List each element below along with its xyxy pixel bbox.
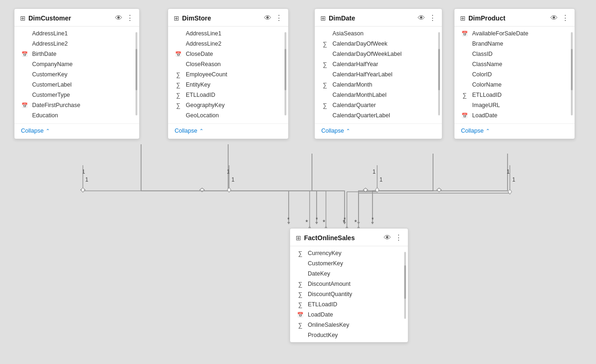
list-item: AddressLine2: [168, 39, 288, 49]
scrollbar[interactable]: [135, 32, 137, 115]
svg-text:*: *: [287, 216, 290, 223]
list-item: ImageURL: [454, 100, 575, 110]
sigma-icon: ∑: [321, 40, 329, 47]
svg-text:1: 1: [372, 169, 376, 175]
fact-online-sales-title: FactOnlineSales: [304, 234, 381, 242]
dim-date-table: ⊞ DimDate 👁 ⋮ AsiaSeason ∑ CalendarDayOf…: [314, 8, 442, 139]
scrollbar[interactable]: [404, 252, 406, 319]
fact-online-sales-header: ⊞ FactOnlineSales 👁 ⋮: [290, 229, 408, 246]
fact-online-sales-actions[interactable]: 👁 ⋮: [384, 233, 402, 242]
svg-marker-14: [200, 188, 204, 192]
dim-date-title: DimDate: [329, 14, 415, 22]
list-item: CustomerType: [14, 90, 139, 100]
list-item: ColorID: [454, 69, 575, 80]
svg-text:1: 1: [85, 176, 88, 183]
scrollbar[interactable]: [571, 32, 573, 115]
svg-text:1: 1: [507, 169, 510, 175]
list-item: ∑ DiscountAmount: [290, 279, 408, 289]
chevron-up-icon: ⌃: [199, 128, 203, 134]
list-item: 📅 LoadDate: [290, 310, 408, 320]
dim-product-header: ⊞ DimProduct 👁 ⋮: [454, 9, 575, 27]
sigma-icon: ∑: [321, 61, 329, 68]
dim-store-eye-icon[interactable]: 👁: [264, 14, 271, 22]
list-item: 📅 LoadDate: [454, 110, 575, 121]
dim-product-body: 📅 AvailableForSaleDate BrandName ClassID…: [454, 27, 575, 122]
scroll-thumb: [135, 49, 137, 91]
dim-customer-table: ⊞ DimCustomer 👁 ⋮ AddressLine1 AddressLi…: [14, 8, 140, 139]
fact-online-sales-more-icon[interactable]: ⋮: [395, 233, 402, 242]
list-item: CustomerKey: [290, 258, 408, 269]
list-item: ∑ EntityKey: [168, 80, 288, 90]
calendar-icon: 📅: [461, 113, 468, 119]
svg-marker-15: [363, 188, 368, 192]
calendar-icon: 📅: [461, 31, 468, 37]
chevron-up-icon: ⌃: [486, 128, 490, 134]
list-item: CalendarDayOfWeekLabel: [315, 49, 442, 59]
svg-marker-0: [287, 222, 290, 224]
dim-customer-eye-icon[interactable]: 👁: [115, 14, 122, 22]
fact-online-sales-eye-icon[interactable]: 👁: [384, 234, 391, 242]
dim-customer-table-icon: ⊞: [20, 14, 26, 22]
dim-store-title: DimStore: [182, 14, 261, 22]
dim-product-actions[interactable]: 👁 ⋮: [550, 13, 569, 22]
list-item: ∑ EmployeeCount: [168, 69, 288, 80]
scrollbar[interactable]: [284, 32, 286, 115]
list-item: AddressLine1: [14, 28, 139, 39]
fact-online-sales-body: ∑ CurrencyKey CustomerKey DateKey ∑ Disc…: [290, 246, 408, 342]
dim-product-table-icon: ⊞: [460, 14, 466, 22]
dim-store-more-icon[interactable]: ⋮: [275, 13, 283, 22]
dim-store-header: ⊞ DimStore 👁 ⋮: [168, 9, 288, 27]
scroll-thumb: [284, 49, 286, 91]
dim-date-body: AsiaSeason ∑ CalendarDayOfWeek CalendarD…: [315, 27, 442, 122]
collapse-label: Collapse: [461, 128, 484, 134]
svg-text:*: *: [305, 218, 308, 226]
list-item: ProductKey: [290, 330, 408, 340]
list-item: DateKey: [290, 269, 408, 279]
dim-customer-collapse[interactable]: Collapse ⌃: [14, 123, 139, 139]
svg-text:1: 1: [227, 169, 230, 175]
dim-store-table: ⊞ DimStore 👁 ⋮ AddressLine1 AddressLine2…: [168, 8, 289, 139]
list-item: 📅 AvailableForSaleDate: [454, 28, 575, 39]
list-item: ∑ CalendarHalfYear: [315, 59, 442, 69]
dim-date-header: ⊞ DimDate 👁 ⋮: [315, 9, 442, 27]
svg-text:*: *: [372, 216, 374, 223]
calendar-icon: 📅: [297, 312, 304, 318]
list-item: CalendarMonthLabel: [315, 90, 442, 100]
list-item: ClassName: [454, 59, 575, 69]
dim-customer-title: DimCustomer: [28, 14, 112, 22]
scroll-thumb: [571, 49, 573, 91]
svg-marker-34: [375, 188, 379, 192]
dim-date-collapse[interactable]: Collapse ⌃: [315, 123, 442, 139]
sigma-icon: ∑: [461, 92, 468, 99]
scrollbar[interactable]: [438, 32, 440, 115]
dim-product-title: DimProduct: [468, 14, 548, 22]
sigma-icon: ∑: [297, 250, 304, 257]
sigma-icon: ∑: [297, 281, 304, 288]
list-item: CalendarQuarterLabel: [315, 110, 442, 121]
dim-customer-actions[interactable]: 👁 ⋮: [115, 13, 134, 22]
list-item: Education: [14, 110, 139, 121]
dim-date-actions[interactable]: 👁 ⋮: [418, 13, 436, 22]
list-item: ClassID: [454, 49, 575, 59]
svg-marker-16: [437, 188, 441, 192]
dim-product-table: ⊞ DimProduct 👁 ⋮ 📅 AvailableForSaleDate …: [454, 8, 575, 139]
sigma-icon: ∑: [175, 92, 182, 99]
list-item: CustomerLabel: [14, 80, 139, 90]
dim-date-more-icon[interactable]: ⋮: [429, 13, 436, 22]
list-item: 📅 CloseDate: [168, 49, 288, 59]
list-item: CompanyName: [14, 59, 139, 69]
dim-product-eye-icon[interactable]: 👁: [550, 14, 558, 22]
dim-store-actions[interactable]: 👁 ⋮: [264, 13, 283, 22]
dim-product-more-icon[interactable]: ⋮: [562, 13, 569, 22]
dim-date-eye-icon[interactable]: 👁: [418, 14, 425, 22]
sigma-icon: ∑: [321, 102, 329, 109]
dim-date-table-icon: ⊞: [320, 14, 326, 22]
svg-text:*: *: [323, 218, 325, 226]
dim-customer-more-icon[interactable]: ⋮: [126, 13, 134, 22]
list-item: ∑ ETLLoadID: [454, 90, 575, 100]
dim-store-collapse[interactable]: Collapse ⌃: [168, 123, 288, 139]
list-item: CloseReason: [168, 59, 288, 69]
dim-product-collapse[interactable]: Collapse ⌃: [454, 123, 575, 139]
svg-marker-1: [315, 222, 318, 224]
svg-text:1: 1: [231, 176, 235, 183]
